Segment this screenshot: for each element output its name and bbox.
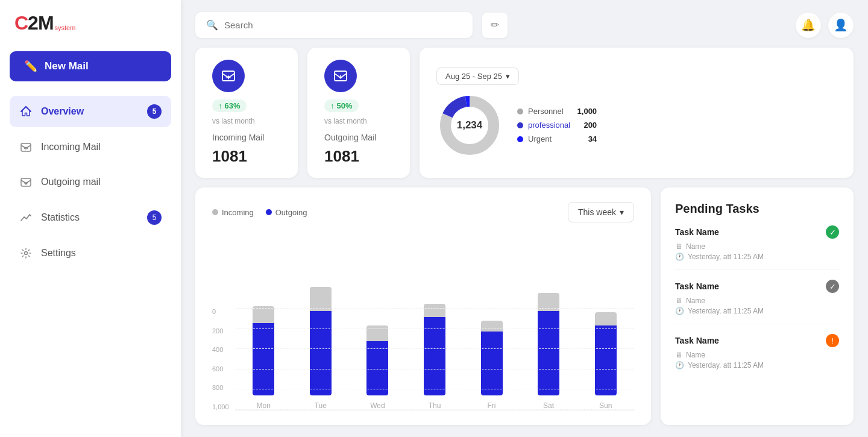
legend-professional: professional 200 bbox=[517, 121, 597, 130]
bar-mon: Mon bbox=[248, 306, 279, 410]
bar-fri: Fri bbox=[476, 321, 508, 410]
bar-top-sat bbox=[538, 293, 559, 311]
outgoing-pct: 50% bbox=[337, 101, 353, 110]
topbar-right: 🔔 👤 bbox=[796, 13, 854, 38]
task-meta-name-3: 🖥 Name bbox=[675, 351, 839, 359]
outgoing-card-icon bbox=[324, 60, 357, 92]
compose-button[interactable]: ✏ bbox=[482, 13, 508, 38]
bell-icon: 🔔 bbox=[801, 18, 816, 32]
bar-bottom-sat bbox=[538, 311, 559, 395]
bars-container: Mon Tue bbox=[235, 308, 634, 410]
bar-stack-mon bbox=[253, 306, 274, 395]
bar-top-fri bbox=[481, 321, 503, 332]
notification-button[interactable]: 🔔 bbox=[796, 13, 821, 38]
bar-thu: Thu bbox=[419, 304, 450, 410]
sidebar-item-incoming-mail[interactable]: Incoming Mail bbox=[10, 132, 171, 162]
sidebar-incoming-label: Incoming Mail bbox=[41, 142, 101, 152]
urgent-label: Urgent bbox=[528, 134, 552, 143]
compose-icon: ✏ bbox=[491, 19, 499, 31]
topbar: 🔍 ✏ 🔔 👤 bbox=[195, 12, 854, 38]
svg-point-2 bbox=[25, 252, 28, 255]
bar-bottom-thu bbox=[424, 317, 445, 395]
clock-icon-1: 🕐 bbox=[675, 253, 684, 261]
incoming-pct-badge: ↑ 63% bbox=[212, 99, 247, 112]
professional-dot bbox=[517, 122, 523, 128]
sidebar-item-settings[interactable]: Settings bbox=[10, 238, 171, 268]
outgoing-pct-badge: ↑ 50% bbox=[324, 99, 359, 112]
task-meta-row-1: 🖥 Name 🕐 Yesterday, att 11:25 AM bbox=[675, 242, 839, 261]
sidebar-outgoing-label: Outgoing mail bbox=[41, 177, 101, 187]
new-mail-button[interactable]: ✏️ New Mail bbox=[10, 51, 171, 81]
task-row-1: Task Name ✓ bbox=[675, 225, 839, 239]
chevron-down-icon: ▾ bbox=[620, 207, 624, 217]
sidebar-item-outgoing-mail[interactable]: Outgoing mail bbox=[10, 167, 171, 197]
personnel-label: Personnel bbox=[528, 107, 564, 116]
incoming-mail-icon bbox=[19, 140, 33, 154]
profile-button[interactable]: 👤 bbox=[828, 13, 854, 38]
bar-label-thu: Thu bbox=[429, 401, 441, 410]
bar-stack-sun bbox=[595, 312, 617, 395]
incoming-mail-card: ↑ 63% vs last month Incoming Mail 1081 bbox=[195, 48, 298, 178]
chart-legend: Incoming Outgoing bbox=[212, 208, 307, 217]
incoming-legend-label: Incoming bbox=[222, 208, 254, 217]
incoming-card-label: Incoming Mail bbox=[212, 133, 281, 142]
bar-bottom-wed bbox=[366, 341, 388, 395]
legend-personnel: Personnel 1,000 bbox=[517, 107, 597, 116]
chart-header: Incoming Outgoing This week ▾ bbox=[212, 202, 634, 222]
chart-bars-wrap: 1,000 800 600 400 200 0 bbox=[212, 230, 634, 410]
person-icon-2: 🖥 bbox=[675, 297, 682, 305]
bar-bottom-tue bbox=[310, 311, 332, 395]
bar-label-fri: Fri bbox=[488, 401, 496, 410]
outgoing-mail-card: ↑ 50% vs last month Outgoing Mail 1081 bbox=[307, 48, 410, 178]
sidebar-settings-label: Settings bbox=[41, 248, 76, 259]
sidebar-statistics-label: Statistics bbox=[41, 212, 80, 223]
task-name-1: Task Name bbox=[675, 227, 719, 237]
bar-stack-sat bbox=[538, 293, 559, 395]
urgent-value: 34 bbox=[575, 134, 597, 143]
overview-badge: 5 bbox=[147, 104, 162, 119]
chevron-down-icon: ▾ bbox=[506, 72, 510, 81]
outgoing-mail-icon bbox=[19, 175, 33, 189]
task-meta-row-2: 🖥 Name 🕐 Yesterday, att 11:25 AM bbox=[675, 297, 839, 315]
bar-label-wed: Wed bbox=[370, 401, 385, 410]
bar-wed: Wed bbox=[362, 325, 393, 410]
legend-urgent: Urgent 34 bbox=[517, 134, 597, 143]
bar-bottom-mon bbox=[253, 323, 274, 395]
legend-incoming: Incoming bbox=[212, 208, 254, 217]
task-person-1: Name bbox=[686, 242, 705, 251]
week-filter-button[interactable]: This week ▾ bbox=[568, 202, 634, 222]
incoming-legend-dot bbox=[212, 209, 218, 215]
bar-top-thu bbox=[424, 304, 445, 317]
professional-label: professional bbox=[528, 121, 570, 130]
bar-bottom-fri bbox=[481, 332, 503, 395]
pending-tasks-card: Pending Tasks Task Name ✓ 🖥 Name 🕐 Yeste… bbox=[661, 187, 854, 425]
clock-icon-2: 🕐 bbox=[675, 307, 684, 315]
sidebar-item-statistics[interactable]: Statistics 5 bbox=[10, 202, 171, 233]
y-axis: 1,000 800 600 400 200 0 bbox=[212, 308, 235, 410]
task-meta-name-1: 🖥 Name bbox=[675, 242, 839, 251]
pencil-icon: ✏️ bbox=[24, 60, 37, 73]
urgent-dot bbox=[517, 136, 523, 142]
week-label: This week bbox=[578, 207, 616, 217]
task-status-alert: ! bbox=[826, 334, 839, 347]
search-box[interactable]: 🔍 bbox=[195, 12, 473, 38]
incoming-card-value: 1081 bbox=[212, 147, 281, 166]
professional-value: 200 bbox=[575, 121, 597, 130]
incoming-arrow-icon: ↑ bbox=[218, 101, 222, 110]
chart-area: 1,000 800 600 400 200 0 bbox=[212, 230, 634, 410]
person-icon-3: 🖥 bbox=[675, 351, 682, 359]
date-range-button[interactable]: Aug 25 - Sep 25 ▾ bbox=[436, 68, 519, 85]
personnel-value: 1,000 bbox=[575, 107, 597, 116]
task-time-2: Yesterday, att 11:25 AM bbox=[688, 307, 764, 315]
personnel-dot bbox=[517, 108, 523, 115]
search-input[interactable] bbox=[224, 20, 462, 30]
bar-sun: Sun bbox=[590, 312, 621, 410]
sidebar-item-overview[interactable]: Overview 5 bbox=[10, 96, 171, 127]
task-name-2: Task Name bbox=[675, 281, 719, 291]
search-icon: 🔍 bbox=[206, 19, 218, 31]
task-meta-time-2: 🕐 Yesterday, att 11:25 AM bbox=[675, 307, 839, 315]
task-time-3: Yesterday, att 11:25 AM bbox=[688, 361, 764, 369]
task-time-1: Yesterday, att 11:25 AM bbox=[688, 253, 764, 261]
bar-label-sun: Sun bbox=[599, 401, 612, 410]
outgoing-legend-dot bbox=[266, 209, 272, 215]
